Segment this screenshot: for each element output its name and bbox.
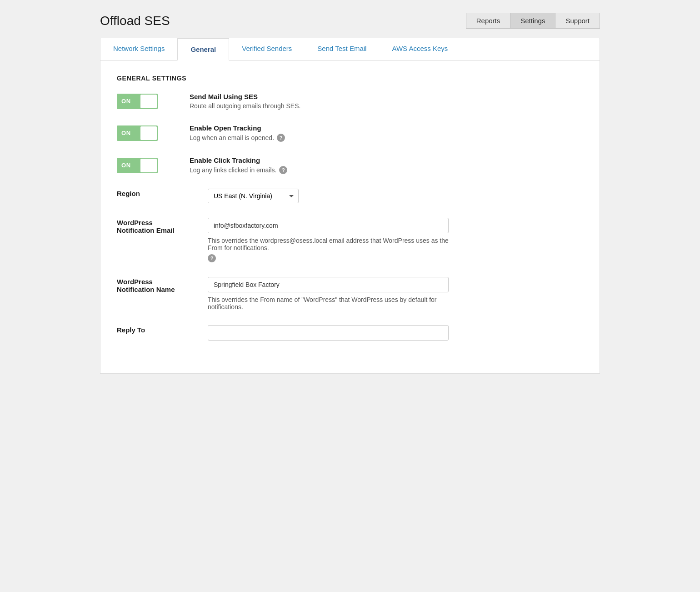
region-label: Region <box>117 189 208 197</box>
reply-to-content <box>208 325 583 341</box>
toggle-send-mail-container: ON <box>117 94 190 109</box>
wp-notification-email-help-icon[interactable]: ? <box>208 254 216 262</box>
wp-notification-name-label-line1: WordPress <box>117 278 153 286</box>
reply-to-input[interactable] <box>208 325 449 341</box>
wp-notification-name-desc-text: This overrides the From name of "WordPre… <box>208 296 449 311</box>
content-area: GENERAL SETTINGS ON Send Mail Using SES … <box>100 60 600 374</box>
tab-network-settings[interactable]: Network Settings <box>100 38 177 60</box>
toggle-click-tracking-container: ON <box>117 158 190 173</box>
setting-send-mail-desc: Route all outgoing emails through SES. <box>190 102 583 110</box>
reports-button[interactable]: Reports <box>466 13 511 29</box>
toggle-open-tracking[interactable]: ON <box>117 125 158 141</box>
setting-click-tracking-desc-text: Log any links clicked in emails. <box>190 166 276 174</box>
wp-notification-name-input[interactable] <box>208 277 449 292</box>
toggle-click-tracking[interactable]: ON <box>117 158 158 173</box>
setting-open-tracking-desc-text: Log when an email is opened. <box>190 134 274 141</box>
toggle-click-tracking-label: ON <box>121 162 131 169</box>
page-title: Offload SES <box>100 14 170 28</box>
toggle-open-tracking-knob <box>140 126 157 140</box>
wp-notification-email-content: This overrides the wordpress@osess.local… <box>208 218 583 262</box>
toggle-send-mail-label: ON <box>121 98 131 105</box>
setting-region: Region US East (N. Virginia) US West (Or… <box>117 189 583 203</box>
setting-wp-notification-name: WordPress Notification Name This overrid… <box>117 277 583 311</box>
wp-notification-email-label: WordPress Notification Email <box>117 218 208 234</box>
open-tracking-help-icon[interactable]: ? <box>277 134 285 142</box>
settings-button[interactable]: Settings <box>510 13 555 29</box>
wp-notification-email-input[interactable] <box>208 218 449 233</box>
wp-notification-email-label-line2: Notification Email <box>117 226 175 234</box>
setting-open-tracking: ON Enable Open Tracking Log when an emai… <box>117 124 583 142</box>
tab-aws-access-keys[interactable]: AWS Access Keys <box>379 38 460 60</box>
setting-click-tracking-content: Enable Click Tracking Log any links clic… <box>190 156 583 174</box>
setting-click-tracking-title: Enable Click Tracking <box>190 156 583 164</box>
toggle-send-mail-knob <box>140 95 157 108</box>
setting-send-mail: ON Send Mail Using SES Route all outgoin… <box>117 93 583 110</box>
toggle-click-tracking-knob <box>140 159 157 172</box>
setting-reply-to: Reply To <box>117 325 583 341</box>
wp-notification-name-label: WordPress Notification Name <box>117 277 208 293</box>
support-button[interactable]: Support <box>555 13 600 29</box>
tab-general[interactable]: General <box>177 38 229 61</box>
wp-notification-email-label-line1: WordPress <box>117 219 153 226</box>
wp-notification-name-label-line2: Notification Name <box>117 286 175 293</box>
tab-send-test-email[interactable]: Send Test Email <box>305 38 379 60</box>
tab-verified-senders[interactable]: Verified Senders <box>229 38 305 60</box>
toggle-open-tracking-label: ON <box>121 130 131 136</box>
region-content: US East (N. Virginia) US West (Oregon) E… <box>208 189 583 203</box>
wp-notification-email-desc-text: This overrides the wordpress@osess.local… <box>208 237 449 251</box>
click-tracking-help-icon[interactable]: ? <box>279 166 287 174</box>
setting-send-mail-title: Send Mail Using SES <box>190 93 583 100</box>
setting-open-tracking-desc: Log when an email is opened. ? <box>190 134 583 142</box>
region-select[interactable]: US East (N. Virginia) US West (Oregon) E… <box>208 189 299 203</box>
reply-to-label: Reply To <box>117 325 208 334</box>
wp-notification-name-content: This overrides the From name of "WordPre… <box>208 277 583 311</box>
toggle-send-mail[interactable]: ON <box>117 94 158 109</box>
wp-notification-name-desc: This overrides the From name of "WordPre… <box>208 296 449 311</box>
setting-send-mail-content: Send Mail Using SES Route all outgoing e… <box>190 93 583 110</box>
section-title: GENERAL SETTINGS <box>117 75 583 82</box>
tabs-nav: Network Settings General Verified Sender… <box>100 38 600 60</box>
toggle-open-tracking-container: ON <box>117 125 190 141</box>
setting-click-tracking-desc: Log any links clicked in emails. ? <box>190 166 583 174</box>
setting-wp-notification-email: WordPress Notification Email This overri… <box>117 218 583 262</box>
setting-open-tracking-content: Enable Open Tracking Log when an email i… <box>190 124 583 142</box>
setting-open-tracking-title: Enable Open Tracking <box>190 124 583 132</box>
wp-notification-email-desc: This overrides the wordpress@osess.local… <box>208 237 449 262</box>
header-button-group: Reports Settings Support <box>466 13 600 29</box>
setting-click-tracking: ON Enable Click Tracking Log any links c… <box>117 156 583 174</box>
